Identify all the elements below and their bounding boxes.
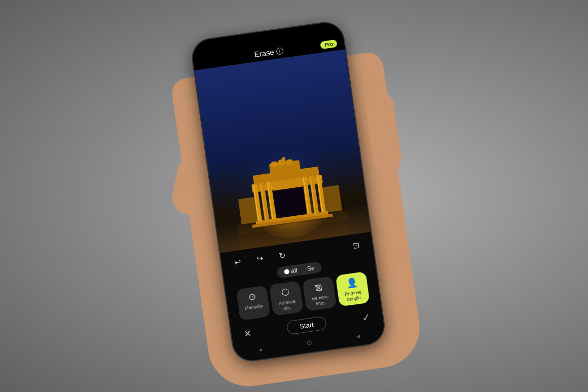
refresh-button[interactable]: ↻: [274, 248, 290, 264]
pro-badge: Pro: [320, 39, 337, 49]
svg-rect-14: [273, 185, 307, 220]
square-nav[interactable]: ■: [255, 344, 266, 355]
remove-people-icon: 👤: [346, 277, 358, 290]
remove-people-card[interactable]: 👤 Remove people: [336, 271, 370, 306]
manually-card[interactable]: ⊙ Manually: [236, 286, 271, 321]
remove-obj-icon: ⬡: [281, 287, 290, 299]
radio-all: [284, 269, 289, 275]
confirm-button[interactable]: ✓: [361, 310, 371, 324]
controls-area: ↩ ↪ ↻ ⊡ all: [220, 232, 386, 363]
select-se-option[interactable]: Se: [307, 264, 315, 272]
remove-obj-card[interactable]: ⬡ Remove obj..: [269, 281, 304, 316]
remove-lines-icon: ⊠: [314, 282, 323, 294]
erase-title: Erase: [254, 48, 275, 59]
select-pill: all Se: [276, 261, 322, 279]
remove-people-label: Remove people: [341, 289, 366, 303]
manually-icon: ⊙: [248, 291, 257, 303]
redo-button[interactable]: ↪: [252, 251, 268, 267]
compare-button[interactable]: ⊡: [348, 237, 364, 253]
manually-label: Manually: [244, 303, 263, 311]
back-nav[interactable]: ◀: [353, 331, 363, 341]
remove-lines-label: Remove lines: [308, 294, 334, 308]
header-title: Erase i: [254, 46, 284, 59]
remove-lines-card[interactable]: ⊠ Remove lines: [302, 276, 337, 311]
undo-button[interactable]: ↩: [230, 254, 246, 270]
gate-image: [228, 144, 351, 250]
info-icon[interactable]: i: [276, 47, 284, 55]
photo-area: [195, 49, 371, 253]
select-all-option[interactable]: all: [283, 267, 298, 276]
home-nav[interactable]: ⊙: [304, 337, 314, 347]
remove-obj-label: Remove obj..: [275, 298, 301, 312]
close-button[interactable]: ✕: [243, 328, 252, 340]
start-button[interactable]: Start: [286, 316, 327, 335]
